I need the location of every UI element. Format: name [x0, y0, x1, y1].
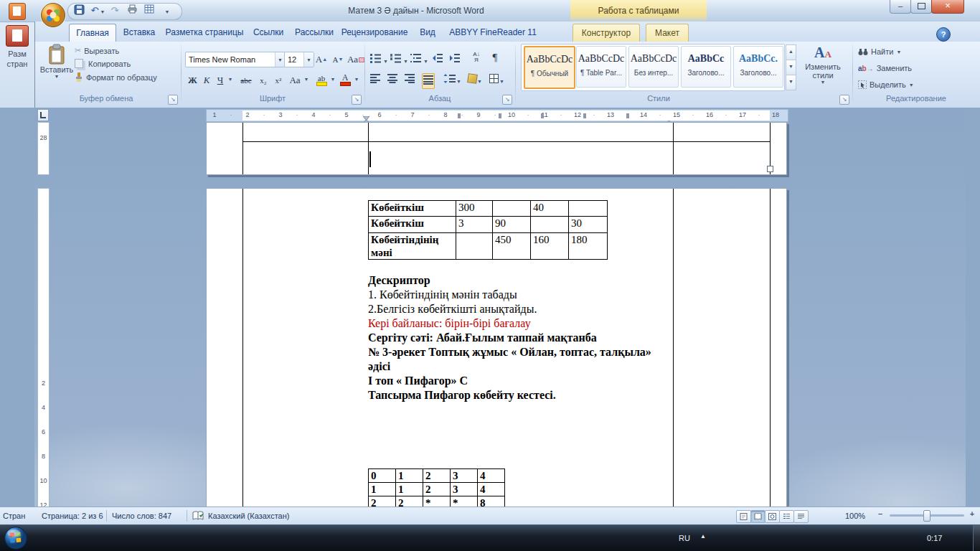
show-hidden-icons-button[interactable]: ▲: [700, 533, 706, 540]
view-draft-button[interactable]: [793, 510, 809, 523]
tray-clock[interactable]: 0:17: [927, 534, 942, 542]
styles-dialog-launcher[interactable]: ↘: [839, 95, 849, 105]
table-cell[interactable]: 1: [396, 483, 423, 496]
paragraph[interactable]: Кері байланыс: бірін-бірі бағалау: [368, 316, 678, 331]
tray-language-indicator[interactable]: RU: [679, 534, 690, 542]
table-cell[interactable]: Көбейткіш: [369, 217, 456, 233]
save-button[interactable]: [72, 4, 86, 17]
office-button[interactable]: [39, 1, 67, 29]
paragraph[interactable]: Дескриптор: [368, 273, 678, 288]
select-button[interactable]: Выделить▼: [858, 80, 914, 89]
underline-button[interactable]: Ч: [213, 72, 227, 88]
change-case-button[interactable]: Аа: [286, 72, 303, 88]
table-cell[interactable]: Көбейтіндінің мәні: [369, 233, 456, 260]
page-indicator[interactable]: Страница: 2 из 6: [42, 512, 103, 520]
view-fullscreen-button[interactable]: [750, 510, 765, 523]
paragraph[interactable]: Сергіту сәті: Абай.Ғылым таппай мақтанба: [368, 331, 678, 345]
styles-scroll-down[interactable]: ▼: [786, 60, 796, 75]
strikethrough-button[interactable]: abc: [237, 72, 255, 88]
sort-button[interactable]: А↓Я: [469, 52, 484, 63]
paragraph[interactable]: І топ « Пифагор» С: [368, 374, 678, 388]
tab-razmetka[interactable]: Разметка страницы: [164, 24, 245, 41]
justify-button[interactable]: [422, 73, 435, 89]
tab-vid[interactable]: Вид: [412, 24, 443, 41]
table-grid-button[interactable]: [142, 4, 156, 17]
table-cell[interactable]: 3: [451, 469, 478, 483]
print-button[interactable]: [125, 4, 139, 17]
table-cell[interactable]: 8: [478, 496, 505, 507]
change-case-dropdown-icon[interactable]: ▼: [302, 72, 311, 88]
bullets-button[interactable]: ▼: [370, 53, 388, 66]
shrink-font-button[interactable]: А▼: [329, 52, 347, 67]
italic-button[interactable]: К: [199, 72, 214, 88]
view-outline-button[interactable]: [779, 510, 794, 523]
table-cell[interactable]: 180: [569, 233, 608, 260]
font-name-combo[interactable]: Times New Roman▼: [185, 52, 286, 67]
table-cell[interactable]: 3: [456, 217, 493, 233]
underline-dropdown-icon[interactable]: ▼: [226, 72, 235, 88]
tab-vstavka[interactable]: Вставка: [116, 24, 162, 41]
table-cell[interactable]: 2: [423, 483, 451, 496]
tab-rassylki[interactable]: Рассылки: [291, 24, 337, 41]
table-cell[interactable]: 1: [369, 483, 396, 496]
table-column-marker[interactable]: [626, 113, 629, 118]
copy-button[interactable]: Копировать: [75, 59, 131, 68]
font-size-combo[interactable]: 12▼: [284, 52, 314, 67]
increase-indent-button[interactable]: [449, 53, 461, 66]
font-size-dropdown-icon[interactable]: ▼: [303, 52, 314, 67]
view-print-layout-button[interactable]: [736, 510, 751, 523]
decrease-indent-button[interactable]: [432, 53, 443, 66]
view-web-layout-button[interactable]: [765, 510, 780, 523]
zoom-out-button[interactable]: –: [875, 509, 885, 520]
style-no-spacing[interactable]: AaBbCcDc Без интер...: [628, 46, 679, 88]
vertical-ruler-page2[interactable]: 24681012: [37, 188, 50, 507]
table-column-marker[interactable]: [458, 113, 461, 118]
show-desktop-button[interactable]: [973, 525, 980, 551]
tab-maket[interactable]: Макет: [646, 24, 689, 42]
table-cell[interactable]: 0: [369, 469, 396, 483]
clipboard-dialog-launcher[interactable]: ↘: [168, 95, 178, 105]
table-cell[interactable]: *: [423, 496, 451, 507]
zoom-slider-thumb[interactable]: [923, 510, 930, 522]
table-cell[interactable]: *: [451, 496, 478, 507]
page-2[interactable]: Көбейткіш30040Көбейткіш39030Көбейтіндіні…: [206, 188, 787, 507]
table-cell[interactable]: 2: [423, 469, 451, 483]
table-cell[interactable]: 40: [531, 201, 569, 217]
table-cell[interactable]: [493, 201, 531, 217]
tab-konstruktor[interactable]: Конструктор: [573, 24, 640, 42]
font-name-dropdown-icon[interactable]: ▼: [275, 52, 285, 67]
background-app-icon[interactable]: [9, 3, 26, 20]
style-heading2[interactable]: AaBbCc. Заголово...: [733, 46, 783, 88]
help-button[interactable]: ?: [936, 27, 951, 42]
styles-scroll-up[interactable]: ▲: [786, 44, 796, 60]
paste-button[interactable]: Вставить ▼: [42, 44, 72, 79]
vertical-ruler-page1[interactable]: 28: [37, 122, 50, 175]
language-indicator[interactable]: Казахский (Казахстан): [208, 512, 289, 520]
factors-table[interactable]: Көбейткіш30040Көбейткіш39030Көбейтіндіні…: [368, 200, 608, 260]
font-color-button[interactable]: А: [337, 72, 353, 88]
format-painter-button[interactable]: Формат по образцу: [75, 72, 157, 82]
paragraph[interactable]: № 3-әрекет Топтық жұмыс « Ойлан, топтас,…: [368, 345, 655, 374]
table-cell[interactable]: 90: [493, 217, 531, 233]
replace-button[interactable]: ab→ Заменить: [858, 64, 912, 72]
redo-button[interactable]: ↷: [108, 4, 122, 17]
paragraph[interactable]: Тапсырма Пифагор көбейту кестесі.: [368, 388, 678, 402]
table-column-marker[interactable]: [583, 113, 586, 118]
highlight-button[interactable]: ab: [313, 72, 330, 88]
qat-customize-dropdown-icon[interactable]: ▼: [162, 4, 172, 17]
table-cell[interactable]: Көбейткіш: [369, 201, 456, 217]
clear-formatting-button[interactable]: Аа: [347, 52, 365, 67]
font-color-dropdown-icon[interactable]: ▼: [352, 72, 361, 88]
paragraph-dialog-launcher[interactable]: ↘: [502, 95, 512, 105]
multilevel-list-button[interactable]: ▼: [410, 53, 428, 66]
tab-glavnaya[interactable]: Главная: [69, 24, 116, 42]
word-count[interactable]: Число слов: 847: [112, 512, 171, 520]
cut-button[interactable]: ✂Вырезать: [75, 46, 119, 55]
table-cell[interactable]: 300: [456, 201, 493, 217]
align-center-button[interactable]: [387, 73, 399, 86]
font-dialog-launcher[interactable]: ↘: [352, 95, 362, 105]
zoom-in-button[interactable]: +: [967, 509, 977, 520]
numbering-button[interactable]: ▼: [390, 53, 408, 66]
tab-recenzirovanie[interactable]: Рецензирование: [339, 24, 410, 41]
start-button[interactable]: [4, 526, 28, 550]
